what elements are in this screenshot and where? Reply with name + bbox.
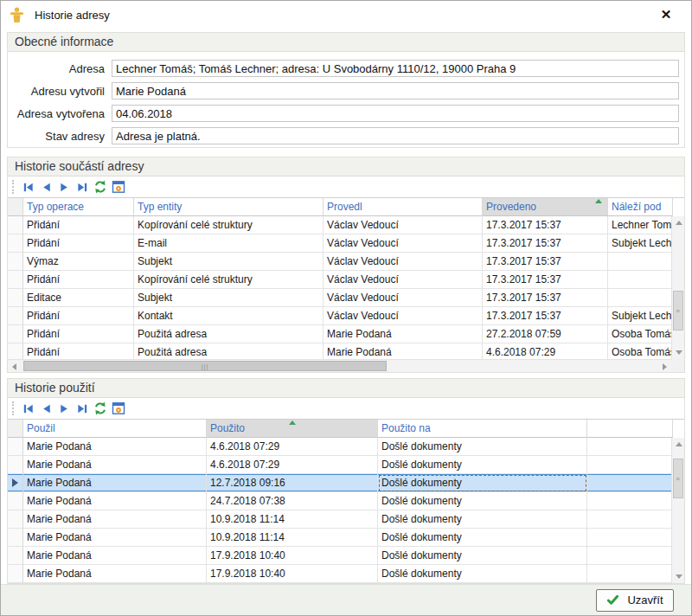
table-cell[interactable]: 10.9.2018 11:14 [207,510,378,529]
column-header[interactable]: Typ operace [23,198,134,216]
table-cell[interactable]: Marie Podaná [23,565,207,583]
table-cell[interactable]: 4.6.2018 07:29 [483,343,608,359]
table-cell[interactable]: Přidání [23,343,134,359]
table-row[interactable]: VýmazSubjektVáclav Vedoucí17.3.2017 15:3… [8,253,671,271]
table-cell[interactable]: Došlé dokumenty [378,510,587,529]
table-row[interactable]: Marie Podaná10.9.2018 11:14Došlé dokumen… [8,510,671,529]
table-cell[interactable]: Editace [23,289,134,307]
table-cell[interactable]: Použitá adresa [134,343,324,359]
field-input[interactable] [112,82,679,99]
next-record-button[interactable] [55,178,73,196]
table-cell[interactable]: Kopírování celé struktury [134,271,324,289]
table-cell[interactable]: Marie Podaná [23,492,207,510]
next-record-button[interactable] [55,400,73,417]
first-record-button[interactable] [19,400,36,417]
table-cell[interactable]: Václav Vedoucí [324,289,483,307]
column-header[interactable]: Použito na [378,420,587,438]
field-input[interactable] [112,60,679,77]
last-record-button[interactable] [74,178,91,196]
table-cell[interactable]: Václav Vedoucí [324,253,483,271]
table-cell[interactable]: Přidání [23,325,134,343]
grid-settings-button[interactable] [110,400,127,417]
vertical-scrollbar[interactable]: ≡ [671,438,684,583]
table-cell[interactable]: Osoba Tomáš L [608,325,671,343]
table-cell[interactable]: 27.2.2018 07:59 [483,325,608,343]
scroll-down-button[interactable] [672,570,684,583]
table-cell[interactable]: 17.3.2017 15:37 [483,289,608,307]
table-cell[interactable]: 17.3.2017 15:37 [483,234,608,253]
vertical-scrollbar[interactable]: ≡ [671,216,684,359]
scroll-thumb[interactable]: ||| [23,361,387,371]
table-cell[interactable] [587,547,671,565]
table-cell[interactable]: Václav Vedoucí [324,216,483,234]
table-cell[interactable]: Přidání [23,234,134,253]
table-cell[interactable] [587,565,671,583]
table-cell[interactable]: 17.3.2017 15:37 [483,253,608,271]
table-cell[interactable] [587,456,671,474]
last-record-button[interactable] [74,400,91,417]
table-cell[interactable]: Kopírování celé struktury [134,216,324,234]
column-header[interactable]: Použito [207,420,378,438]
table-cell[interactable]: Přidání [23,271,134,289]
table-cell[interactable]: Marie Podaná [23,529,207,547]
table-row[interactable]: Marie Podaná10.9.2018 11:14Došlé dokumen… [8,529,671,547]
table-cell[interactable]: 17.9.2018 10:40 [207,547,378,565]
table-cell[interactable]: 12.7.2018 09:16 [207,474,378,492]
table-cell[interactable]: Marie Podaná [324,325,483,343]
table-row[interactable]: PřidáníKopírování celé strukturyVáclav V… [8,271,671,289]
table-cell[interactable]: 10.9.2018 11:14 [207,529,378,547]
table-cell[interactable]: 17.3.2017 15:37 [483,307,608,325]
refresh-button[interactable] [92,400,109,417]
table-cell[interactable]: 24.7.2018 07:38 [207,492,378,510]
table-cell[interactable]: Marie Podaná [23,474,207,492]
table-cell[interactable]: Kontakt [134,307,324,325]
table-cell[interactable]: Přidání [23,216,134,234]
table-row[interactable]: PřidáníPoužitá adresaMarie Podaná27.2.20… [8,325,671,343]
horizontal-scrollbar[interactable]: ||| [8,359,671,372]
column-header[interactable]: Provedl [324,198,483,216]
table-cell[interactable]: Subjekt Lechner [608,234,671,253]
column-header[interactable]: Použil [23,420,207,438]
table-cell[interactable]: Přidání [23,307,134,325]
table-cell[interactable]: Došlé dokumenty [378,456,587,474]
table-cell[interactable] [608,271,671,289]
scroll-left-button[interactable] [8,360,21,372]
table-row[interactable]: Marie Podaná4.6.2018 07:29Došlé dokument… [8,438,671,456]
table-cell[interactable]: Použitá adresa [134,325,324,343]
table-cell[interactable]: Václav Vedoucí [324,271,483,289]
table-cell[interactable]: Lechner Tomáš; [608,216,671,234]
table-row[interactable]: Marie Podaná17.9.2018 10:40Došlé dokumen… [8,565,671,583]
table-cell[interactable]: 17.9.2018 10:40 [207,565,378,583]
previous-record-button[interactable] [37,400,54,417]
field-input[interactable] [112,127,679,144]
column-header[interactable]: Náleží pod [608,198,673,216]
table-cell[interactable]: Subjekt [134,253,324,271]
table-cell[interactable]: Došlé dokumenty [378,474,587,492]
close-dialog-button[interactable]: Uzavřít [596,589,674,612]
scroll-up-button[interactable] [672,216,684,229]
grid-settings-button[interactable] [110,178,127,196]
table-cell[interactable]: Marie Podaná [23,438,207,456]
table-row[interactable]: PřidáníKopírování celé strukturyVáclav V… [8,216,671,234]
table-cell[interactable]: E-mail [134,234,324,253]
field-input[interactable] [112,105,679,122]
column-header[interactable]: Typ entity [134,198,324,216]
table-row[interactable]: PřidáníPoužitá adresaMarie Podaná4.6.201… [8,343,671,359]
table-cell[interactable] [587,529,671,547]
table-cell[interactable] [608,289,671,307]
previous-record-button[interactable] [37,178,54,196]
refresh-button[interactable] [92,178,109,196]
column-header[interactable]: Provedeno [483,198,608,216]
close-icon[interactable]: ✕ [657,6,675,23]
table-row[interactable]: Marie Podaná12.7.2018 09:16Došlé dokumen… [8,474,671,492]
table-cell[interactable]: Osoba Tomáš L [608,343,671,359]
table-cell[interactable]: Václav Vedoucí [324,307,483,325]
table-row[interactable]: Marie Podaná4.6.2018 07:29Došlé dokument… [8,456,671,474]
table-cell[interactable]: Marie Podaná [23,547,207,565]
table-cell[interactable] [587,510,671,529]
table-cell[interactable]: Došlé dokumenty [378,438,587,456]
table-cell[interactable]: Marie Podaná [324,343,483,359]
scroll-right-button[interactable] [658,360,671,372]
table-cell[interactable]: Marie Podaná [23,456,207,474]
table-cell[interactable] [587,474,671,492]
